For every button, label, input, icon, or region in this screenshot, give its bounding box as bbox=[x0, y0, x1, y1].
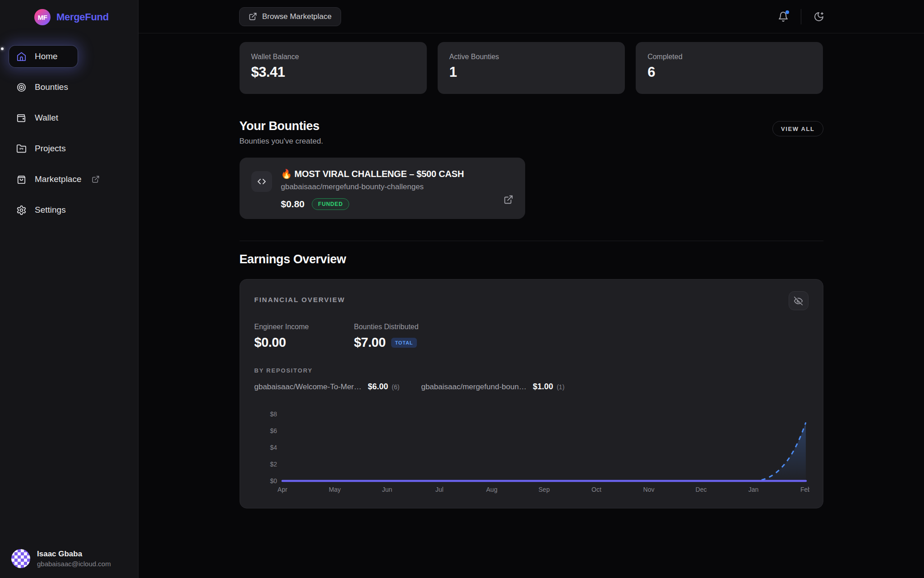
svg-text:Feb: Feb bbox=[800, 486, 809, 493]
bounties-section-title: Your Bounties bbox=[240, 119, 323, 133]
metric-value: $0.00 bbox=[254, 335, 286, 350]
sidebar-item-projects[interactable]: Projects bbox=[9, 138, 78, 159]
svg-text:Nov: Nov bbox=[643, 486, 654, 493]
stat-label: Completed bbox=[647, 53, 811, 61]
svg-text:$6: $6 bbox=[270, 427, 277, 434]
repo-amount: $1.00 bbox=[533, 382, 553, 392]
by-repository-label: BY REPOSITORY bbox=[254, 367, 808, 374]
user-name: Isaac Gbaba bbox=[37, 550, 111, 559]
metric-value: $7.00 bbox=[354, 335, 385, 350]
user-profile[interactable]: Isaac Gbaba gbabaisaac@icloud.com bbox=[11, 549, 111, 568]
repo-item: gbabaisaac/Welcome-To-Mer… $6.00 (6) bbox=[254, 382, 400, 392]
svg-text:Jul: Jul bbox=[435, 486, 444, 493]
repo-name: gbabaisaac/Welcome-To-Mer… bbox=[254, 382, 362, 392]
sidebar-item-bounties[interactable]: Bounties bbox=[9, 76, 80, 98]
sidebar-item-settings[interactable]: Settings bbox=[9, 199, 78, 221]
metric-label: Bounties Distributed bbox=[354, 323, 418, 331]
theme-toggle-button[interactable] bbox=[812, 10, 826, 23]
brand-name: MergeFund bbox=[56, 11, 109, 23]
app-window: MF MergeFund Home Bounties Wallet Projec… bbox=[0, 0, 924, 578]
folder-icon bbox=[16, 144, 27, 154]
stat-card-wallet-balance: Wallet Balance $3.41 bbox=[240, 42, 427, 94]
content: Wallet Balance $3.41 Active Bounties 1 C… bbox=[240, 33, 823, 508]
sidebar-item-label: Marketplace bbox=[35, 174, 82, 184]
code-icon bbox=[256, 176, 267, 187]
gear-icon bbox=[16, 205, 27, 215]
hide-amounts-button[interactable] bbox=[789, 291, 808, 310]
browse-marketplace-button[interactable]: Browse Marketplace bbox=[239, 7, 341, 26]
sidebar-item-label: Bounties bbox=[35, 82, 68, 92]
sidebar-item-label: Home bbox=[35, 51, 58, 61]
moon-stars-icon bbox=[813, 11, 824, 22]
earnings-chart: $0$2$4$6$8AprMayJunJulAugSepOctNovDecJan… bbox=[254, 405, 809, 495]
view-all-button[interactable]: VIEW ALL bbox=[772, 121, 823, 136]
sidebar-item-home[interactable]: Home bbox=[9, 46, 78, 67]
financial-card-header: FINANCIAL OVERVIEW bbox=[254, 291, 808, 310]
metric-engineer-income: Engineer Income $0.00 bbox=[254, 323, 309, 350]
stat-value: 1 bbox=[449, 64, 613, 80]
earnings-section-title: Earnings Overview bbox=[240, 252, 823, 266]
financial-card-title: FINANCIAL OVERVIEW bbox=[254, 296, 345, 303]
topbar: Browse Marketplace bbox=[139, 0, 924, 33]
main-area: Browse Marketplace Wallet Balance $3.41 bbox=[139, 0, 924, 578]
svg-text:$2: $2 bbox=[270, 461, 277, 468]
sidebar: MF MergeFund Home Bounties Wallet Projec… bbox=[0, 0, 139, 578]
sidebar-item-wallet[interactable]: Wallet bbox=[9, 107, 70, 129]
svg-text:$4: $4 bbox=[270, 444, 277, 451]
user-email: gbabaisaac@icloud.com bbox=[37, 560, 111, 568]
svg-text:Oct: Oct bbox=[591, 486, 601, 493]
status-badge: FUNDED bbox=[312, 198, 349, 210]
topbar-actions bbox=[776, 9, 826, 24]
stats-row: Wallet Balance $3.41 Active Bounties 1 C… bbox=[240, 42, 823, 94]
svg-text:Dec: Dec bbox=[695, 486, 707, 493]
stat-card-completed: Completed 6 bbox=[636, 42, 823, 94]
bounty-amount-row: $0.80 FUNDED bbox=[281, 198, 464, 210]
stat-card-active-bounties: Active Bounties 1 bbox=[438, 42, 625, 94]
repo-amount: $6.00 bbox=[368, 382, 388, 392]
home-icon bbox=[16, 51, 27, 62]
code-icon-box bbox=[251, 171, 272, 192]
bounty-info: 🔥 MOST VIRAL CHALLENGE – $500 CASH gbaba… bbox=[281, 168, 464, 208]
stat-label: Wallet Balance bbox=[251, 53, 415, 61]
notification-dot bbox=[785, 10, 789, 14]
target-icon bbox=[16, 82, 27, 93]
avatar bbox=[11, 549, 30, 568]
active-page-edge-dot bbox=[1, 47, 4, 50]
sidebar-item-marketplace[interactable]: Marketplace bbox=[9, 168, 111, 190]
repo-item: gbabaisaac/mergefund-boun… $1.00 (1) bbox=[421, 382, 564, 392]
svg-text:Sep: Sep bbox=[538, 486, 550, 493]
svg-text:Aug: Aug bbox=[486, 486, 497, 493]
bounty-external-link[interactable] bbox=[504, 195, 513, 206]
repo-count: (6) bbox=[392, 383, 399, 391]
external-link-icon bbox=[92, 175, 100, 183]
section-divider bbox=[240, 241, 823, 241]
brand[interactable]: MF MergeFund bbox=[0, 0, 138, 25]
svg-text:Jun: Jun bbox=[382, 486, 392, 493]
stat-label: Active Bounties bbox=[449, 53, 613, 61]
repo-count: (1) bbox=[557, 383, 564, 391]
metric-label: Engineer Income bbox=[254, 323, 309, 331]
sidebar-item-label: Projects bbox=[35, 144, 66, 154]
svg-text:Jan: Jan bbox=[748, 486, 758, 493]
metric-bounties-distributed: Bounties Distributed $7.00 TOTAL bbox=[354, 323, 418, 350]
sidebar-item-label: Settings bbox=[35, 205, 66, 215]
notifications-button[interactable] bbox=[776, 10, 790, 23]
external-link-icon bbox=[504, 195, 513, 205]
bounties-section-head: Your Bounties Bounties you've created. V… bbox=[240, 119, 823, 146]
sidebar-nav: Home Bounties Wallet Projects Marketplac… bbox=[0, 46, 138, 221]
topbar-divider bbox=[801, 9, 801, 24]
wallet-icon bbox=[16, 113, 27, 123]
sidebar-item-label: Wallet bbox=[35, 113, 58, 123]
svg-text:Apr: Apr bbox=[277, 486, 287, 493]
repo-name: gbabaisaac/mergefund-boun… bbox=[421, 382, 526, 392]
metrics-row: Engineer Income $0.00 Bounties Distribut… bbox=[254, 323, 808, 350]
shopping-bag-icon bbox=[16, 174, 27, 185]
mergefund-logo-icon: MF bbox=[34, 9, 51, 25]
total-badge: TOTAL bbox=[391, 338, 417, 348]
eye-off-icon bbox=[794, 296, 803, 306]
financial-overview-card: FINANCIAL OVERVIEW Engineer Income $0.00… bbox=[240, 279, 823, 508]
external-link-icon bbox=[249, 12, 257, 21]
browse-marketplace-label: Browse Marketplace bbox=[262, 12, 332, 21]
bounties-section-subtitle: Bounties you've created. bbox=[240, 137, 323, 146]
bounty-card[interactable]: 🔥 MOST VIRAL CHALLENGE – $500 CASH gbaba… bbox=[240, 158, 525, 219]
